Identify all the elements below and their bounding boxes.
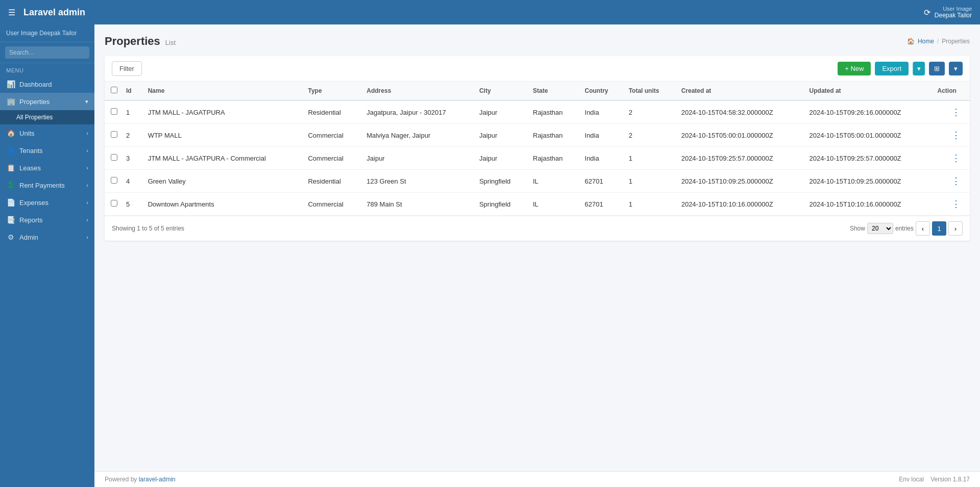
row-checkbox[interactable] [111, 200, 117, 207]
select-all-checkbox[interactable] [111, 87, 117, 93]
cell-total-units: 2 [623, 100, 675, 124]
chevron-right-icon: › [86, 234, 88, 240]
cell-total-units: 1 [623, 170, 675, 193]
cell-type: Commercial [302, 193, 360, 216]
cell-updated-at: 2024-10-15T10:09:25.000000Z [803, 170, 932, 193]
app-brand: Laravel admin [23, 7, 85, 18]
new-button[interactable]: + New [838, 62, 871, 75]
row-action-button[interactable]: ⋮ [948, 197, 964, 211]
cell-updated-at: 2024-10-15T09:26:16.000000Z [803, 100, 932, 124]
th-updated-at: Updated at [803, 82, 932, 100]
table-container: Id Name Type Address City State Country … [105, 82, 970, 216]
view-toggle-button[interactable]: ⊞ [929, 62, 945, 75]
view-toggle-button-2[interactable]: ▾ [949, 62, 963, 75]
row-action-button[interactable]: ⋮ [948, 106, 964, 119]
showing-text: Showing 1 to 5 of 5 entries [112, 225, 184, 232]
row-checkbox[interactable] [111, 108, 117, 115]
chevron-down-icon: ▾ [85, 98, 88, 105]
th-checkbox [105, 82, 120, 100]
table-toolbar: Filter + New Export ▾ ⊞ ▾ [105, 56, 970, 82]
sidebar-item-label: Leases [19, 164, 41, 172]
cell-created-at: 2024-10-15T09:25:57.000000Z [675, 147, 803, 170]
refresh-icon[interactable]: ⟳ [924, 8, 930, 17]
row-checkbox-cell [105, 147, 120, 170]
row-action-button[interactable]: ⋮ [948, 129, 964, 142]
th-total-units: Total units [623, 82, 675, 100]
row-action-button[interactable]: ⋮ [948, 174, 964, 188]
sidebar-item-rent-payments[interactable]: 💲 Rent Payments › [0, 176, 94, 194]
cell-address: Malviya Nager, Jaipur [360, 124, 473, 147]
sidebar-subitem-all-properties[interactable]: All Properties [0, 110, 94, 124]
sidebar-item-admin[interactable]: ⚙ Admin › [0, 228, 94, 246]
rent-payments-icon: 💲 [6, 181, 15, 189]
table-row: 1 JTM MALL - JAGATPURA Residential Jagat… [105, 100, 970, 124]
sidebar-user: User Image Deepak Tailor [0, 24, 94, 42]
cell-action: ⋮ [931, 124, 970, 147]
cell-city: Jaipur [473, 124, 527, 147]
sidebar-item-label: Dashboard [19, 81, 52, 88]
sidebar-item-tenants[interactable]: 👤 Tenants › [0, 142, 94, 159]
version-label: Version 1.8.17 [930, 476, 970, 483]
search-input[interactable] [5, 46, 89, 59]
cell-updated-at: 2024-10-15T10:10:16.000000Z [803, 193, 932, 216]
export-button[interactable]: Export [875, 62, 909, 75]
main-body: Properties List 🏠 Home / Properties Filt… [94, 24, 980, 471]
cell-action: ⋮ [931, 100, 970, 124]
cell-id: 2 [120, 124, 142, 147]
page-subtitle: List [165, 39, 176, 46]
cell-name: Downtown Apartments [142, 193, 302, 216]
page-title-area: Properties List [105, 35, 176, 48]
sidebar-item-reports[interactable]: 📑 Reports › [0, 211, 94, 228]
cell-country: India [579, 124, 623, 147]
sidebar-item-label: Rent Payments [19, 182, 65, 189]
page-next-button[interactable]: › [948, 221, 963, 236]
user-label: User Image [943, 6, 972, 12]
export-dropdown-button[interactable]: ▾ [913, 62, 925, 75]
toolbar-left: Filter [112, 61, 142, 76]
sidebar-item-leases[interactable]: 📋 Leases › [0, 159, 94, 176]
cell-created-at: 2024-10-15T05:00:01.000000Z [675, 124, 803, 147]
chevron-right-icon: › [86, 165, 88, 171]
table-row: 5 Downtown Apartments Commercial 789 Mai… [105, 193, 970, 216]
show-label: Show [850, 225, 865, 232]
cell-country: 62701 [579, 193, 623, 216]
cell-city: Springfield [473, 193, 527, 216]
chevron-right-icon: › [86, 147, 88, 153]
row-checkbox[interactable] [111, 177, 117, 184]
sidebar-item-dashboard[interactable]: 📊 Dashboard [0, 75, 94, 93]
row-checkbox[interactable] [111, 154, 117, 161]
cell-updated-at: 2024-10-15T05:00:01.000000Z [803, 124, 932, 147]
row-action-button[interactable]: ⋮ [948, 151, 964, 165]
table-row: 3 JTM MALL - JAGATPURA - Commercial Comm… [105, 147, 970, 170]
cell-name: JTM MALL - JAGATPURA - Commercial [142, 147, 302, 170]
sidebar-item-properties[interactable]: 🏢 Properties ▾ [0, 93, 94, 110]
main-content: Properties List 🏠 Home / Properties Filt… [94, 24, 980, 487]
cell-created-at: 2024-10-15T10:10:16.000000Z [675, 193, 803, 216]
page-prev-button[interactable]: ‹ [916, 221, 930, 236]
cell-action: ⋮ [931, 147, 970, 170]
laravel-admin-link[interactable]: laravel-admin [139, 476, 176, 483]
cell-type: Commercial [302, 124, 360, 147]
app-footer: Powered by laravel-admin Env local Versi… [94, 471, 980, 487]
sidebar-item-expenses[interactable]: 📄 Expenses › [0, 194, 94, 211]
sidebar-item-label: Units [19, 130, 35, 137]
row-checkbox[interactable] [111, 131, 117, 138]
cell-address: 123 Green St [360, 170, 473, 193]
breadcrumb-home-link[interactable]: Home [918, 38, 934, 45]
table-row: 2 WTP MALL Commercial Malviya Nager, Jai… [105, 124, 970, 147]
menu-label: Menu [0, 63, 94, 75]
sidebar-item-units[interactable]: 🏠 Units › [0, 124, 94, 142]
hamburger-icon[interactable]: ☰ [8, 8, 15, 17]
cell-country: 62701 [579, 170, 623, 193]
per-page-select[interactable]: 20 50 100 [867, 223, 893, 234]
top-navbar: ☰ Laravel admin ⟳ User Image Deepak Tail… [0, 0, 980, 24]
sidebar-subitem-label: All Properties [16, 114, 53, 121]
reports-icon: 📑 [6, 216, 15, 224]
table-card: Filter + New Export ▾ ⊞ ▾ [105, 56, 970, 241]
cell-name: WTP MALL [142, 124, 302, 147]
filter-button[interactable]: Filter [112, 61, 142, 76]
cell-created-at: 2024-10-15T10:09:25.000000Z [675, 170, 803, 193]
cell-id: 4 [120, 170, 142, 193]
page-1-button[interactable]: 1 [932, 221, 946, 236]
footer-left: Powered by laravel-admin [105, 476, 176, 483]
